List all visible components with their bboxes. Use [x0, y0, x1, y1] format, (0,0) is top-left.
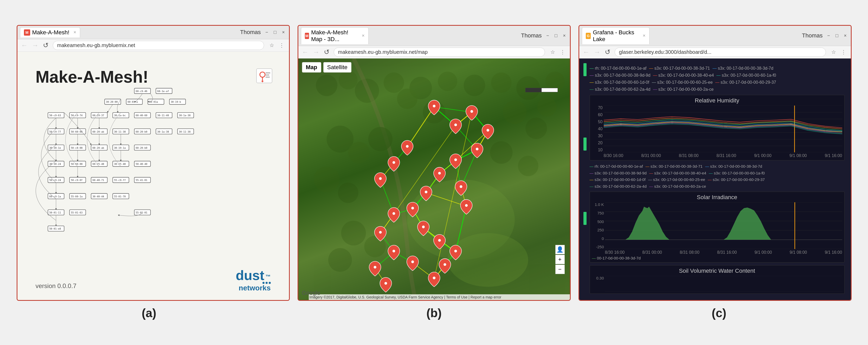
svg-point-172: [454, 250, 457, 252]
svg-line-153: [407, 107, 434, 147]
forward-btn-a[interactable]: →: [32, 41, 39, 50]
svg-text:30-11-40: 30-11-40: [157, 114, 169, 117]
forward-btn-c[interactable]: →: [594, 48, 600, 56]
browser-actions-a: ☆ ⋮: [268, 41, 285, 49]
svg-text:55-c9-ff: 55-c9-ff: [114, 179, 126, 182]
user-name-b: Thomas: [521, 32, 541, 39]
dust-logo-networks: networks: [236, 284, 271, 292]
menu-icon-c[interactable]: ⋮: [840, 49, 847, 56]
sidebar-indicator-2: [583, 137, 587, 151]
bookmark-icon-a[interactable]: ☆: [268, 41, 275, 49]
content-c: — rh: 00-17-0d-00-00-60-1e-af — s3x: 00-…: [579, 59, 851, 300]
browser-window-c: G Grafana - Bucks Lake × Thomas − □ × ← …: [579, 25, 851, 301]
svg-rect-5: [266, 74, 269, 75]
addressbar-b: ← → ↺ ☆ ⋮: [298, 46, 570, 59]
back-btn-a[interactable]: ←: [21, 41, 28, 50]
svg-text:60-20-ab: 60-20-ab: [92, 146, 104, 149]
svg-text:30-1a-38: 30-1a-38: [179, 114, 190, 117]
chart-solar-plot: [605, 202, 842, 249]
chart-soil-area: 0.30: [592, 276, 842, 291]
svg-text:60-20-b0: 60-20-b0: [135, 146, 147, 149]
svg-text:60-40-60: 60-40-60: [135, 114, 147, 117]
map-attribution: Imagery ©2017, DigitalGlobe, U.S. Geolog…: [309, 294, 570, 300]
chart-soil-y-axis: 0.30: [592, 276, 605, 291]
svg-point-184: [460, 185, 462, 188]
panel-labels: (a) (b) (c): [10, 306, 858, 320]
svg-point-176: [379, 231, 381, 233]
svg-text:50-40-40: 50-40-40: [135, 162, 147, 165]
window-controls-c: − □ ×: [826, 33, 848, 38]
menu-icon-b[interactable]: ⋮: [559, 49, 566, 56]
refresh-btn-c[interactable]: ↺: [605, 48, 611, 56]
network-graph: .node rect { fill: white; stroke: #555; …: [28, 86, 279, 269]
svg-text:60-40-71: 60-40-71: [92, 179, 104, 182]
tab-close-a[interactable]: ×: [73, 30, 76, 35]
back-btn-b[interactable]: ←: [302, 48, 309, 56]
svg-text:60-20-b0: 60-20-b0: [135, 130, 147, 133]
favicon-a: M: [24, 29, 30, 36]
svg-text:30-19-1a: 30-19-1a: [114, 146, 126, 149]
address-input-b[interactable]: [334, 48, 545, 57]
maximize-btn-b[interactable]: □: [553, 33, 559, 38]
tab-close-c[interactable]: ×: [643, 33, 646, 38]
content-b: Map Satellite 👤 + − Google Imagery ©2017…: [298, 59, 570, 300]
close-btn-b[interactable]: ×: [562, 33, 567, 38]
svg-text:60-20-ab: 60-20-ab: [92, 130, 104, 133]
maximize-btn-c[interactable]: □: [834, 33, 840, 38]
satellite-view-btn[interactable]: Satellite: [323, 62, 351, 72]
svg-point-181: [406, 145, 408, 148]
window-controls-a: − □ ×: [264, 29, 286, 35]
sidebar-indicator-3: [583, 212, 587, 225]
address-input-a[interactable]: [53, 41, 264, 50]
chart-humidity-x-axis: 8/30 16:008/31 00:008/31 08:008/31 16:00…: [592, 153, 842, 158]
addressbar-c: ← → ↺ ☆ ⋮: [579, 46, 851, 59]
svg-point-183: [379, 177, 381, 180]
maximize-btn-a[interactable]: □: [272, 29, 278, 35]
minimize-btn-a[interactable]: −: [264, 29, 270, 35]
forward-btn-b[interactable]: →: [313, 48, 320, 56]
map-view-btn[interactable]: Map: [302, 62, 321, 72]
svg-text:30-11-38: 30-11-38: [114, 130, 126, 133]
minimize-btn-b[interactable]: −: [545, 33, 551, 38]
chart-solar-y-axis: 1.0 K7505002500-250: [592, 202, 605, 249]
tab-b[interactable]: M Make-A-Mesh! Map - 3D... ×: [301, 27, 369, 44]
svg-point-178: [411, 260, 414, 263]
tab-c[interactable]: G Grafana - Bucks Lake ×: [582, 27, 650, 44]
bookmark-icon-c[interactable]: ☆: [830, 49, 837, 56]
favicon-c: G: [586, 33, 591, 39]
browser-actions-c: ☆ ⋮: [830, 49, 847, 56]
svg-point-164: [487, 129, 489, 131]
tab-area-b: M Make-A-Mesh! Map - 3D... ×: [301, 27, 518, 44]
menu-icon-a[interactable]: ⋮: [278, 41, 285, 49]
svg-text:60-29-37: 60-29-37: [92, 114, 104, 117]
close-btn-c[interactable]: ×: [842, 33, 848, 38]
tab-close-b[interactable]: ×: [362, 33, 365, 38]
chart-humidity-y-axis: 70605040302010: [592, 105, 604, 152]
refresh-btn-a[interactable]: ↺: [43, 41, 49, 50]
refresh-btn-b[interactable]: ↺: [324, 48, 330, 56]
svg-text:55-01-63: 55-01-63: [71, 211, 83, 214]
grafana-main: — rh: 00-17-0d-00-00-60-1e-af — s3x: 00-…: [587, 62, 847, 296]
chart-solar-area: 1.0 K7505002500-250: [592, 202, 842, 249]
close-btn-a[interactable]: ×: [281, 29, 286, 35]
svg-text:50-c9-63: 50-c9-63: [49, 114, 61, 117]
svg-point-166: [454, 158, 457, 161]
zoom-out-btn[interactable]: −: [555, 265, 565, 274]
favicon-b: M: [305, 33, 309, 39]
svg-text:50-c8-08: 50-c8-08: [71, 146, 83, 149]
dust-logo-trademark: ™: [266, 274, 271, 280]
map-zoom-controls: 👤 + −: [555, 245, 565, 274]
bookmark-icon-b[interactable]: ☆: [549, 49, 556, 56]
google-logo: Google: [302, 290, 320, 296]
zoom-in-btn[interactable]: +: [555, 255, 565, 264]
browser-window-a: M Make-A-Mesh! × Thomas − □ × ← → ↺ ☆ ⋮: [17, 25, 290, 301]
minimize-btn-c[interactable]: −: [826, 33, 832, 38]
svg-point-170: [422, 225, 425, 228]
browser-window-b: M Make-A-Mesh! Map - 3D... × Thomas − □ …: [298, 25, 571, 301]
tab-a[interactable]: M Make-A-Mesh! ×: [20, 27, 81, 37]
back-btn-c[interactable]: ←: [583, 48, 590, 56]
zoom-person-icon[interactable]: 👤: [555, 245, 565, 254]
svg-text:60-c9-46: 60-c9-46: [135, 90, 147, 93]
svg-rect-0: [256, 69, 272, 83]
address-input-c[interactable]: [615, 48, 826, 57]
